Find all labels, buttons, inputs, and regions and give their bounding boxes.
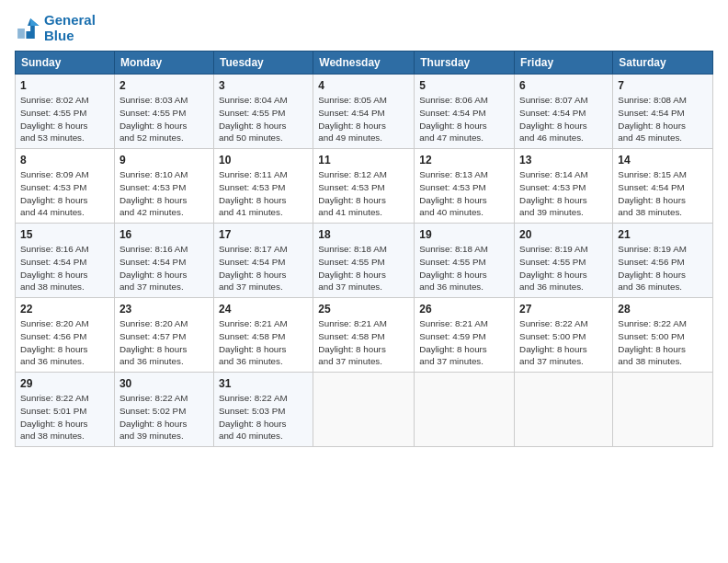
calendar-cell: 21Sunrise: 8:19 AMSunset: 4:56 PMDayligh… <box>613 224 713 298</box>
calendar-cell: 3Sunrise: 8:04 AMSunset: 4:55 PMDaylight… <box>213 75 313 149</box>
day-number: 14 <box>618 153 708 167</box>
day-info: Sunrise: 8:06 AMSunset: 4:54 PMDaylight:… <box>419 94 509 144</box>
day-info: Sunrise: 8:12 AMSunset: 4:53 PMDaylight:… <box>318 168 409 219</box>
day-info: Sunrise: 8:22 AMSunset: 5:01 PMDaylight:… <box>20 392 109 442</box>
calendar-week-2: 8Sunrise: 8:09 AMSunset: 4:53 PMDaylight… <box>16 149 713 224</box>
day-number: 17 <box>219 227 308 242</box>
day-info: Sunrise: 8:15 AMSunset: 4:54 PMDaylight:… <box>618 168 708 219</box>
calendar-cell: 28Sunrise: 8:22 AMSunset: 5:00 PMDayligh… <box>613 298 713 373</box>
calendar-cell: 24Sunrise: 8:21 AMSunset: 4:58 PMDayligh… <box>213 298 313 373</box>
day-info: Sunrise: 8:02 AMSunset: 4:55 PMDaylight:… <box>20 94 109 144</box>
day-number: 19 <box>419 227 509 242</box>
calendar-cell: 30Sunrise: 8:22 AMSunset: 5:02 PMDayligh… <box>114 373 213 447</box>
calendar-week-4: 22Sunrise: 8:20 AMSunset: 4:56 PMDayligh… <box>16 298 713 373</box>
day-number: 27 <box>519 302 608 316</box>
day-info: Sunrise: 8:21 AMSunset: 4:58 PMDaylight:… <box>318 317 409 368</box>
calendar-cell <box>515 373 613 447</box>
day-number: 7 <box>618 78 708 93</box>
calendar-cell: 22Sunrise: 8:20 AMSunset: 4:56 PMDayligh… <box>16 298 115 373</box>
calendar-cell: 9Sunrise: 8:10 AMSunset: 4:53 PMDaylight… <box>114 149 213 224</box>
calendar-cell <box>313 373 415 447</box>
day-number: 2 <box>119 78 209 93</box>
day-number: 8 <box>20 153 109 167</box>
calendar-cell <box>415 373 515 447</box>
weekday-thursday: Thursday <box>415 52 515 75</box>
day-number: 21 <box>618 227 708 242</box>
day-info: Sunrise: 8:13 AMSunset: 4:53 PMDaylight:… <box>419 168 509 219</box>
calendar-week-5: 29Sunrise: 8:22 AMSunset: 5:01 PMDayligh… <box>16 373 713 447</box>
calendar-cell: 23Sunrise: 8:20 AMSunset: 4:57 PMDayligh… <box>114 298 213 373</box>
day-number: 25 <box>318 302 409 316</box>
calendar-cell: 6Sunrise: 8:07 AMSunset: 4:54 PMDaylight… <box>515 75 613 149</box>
day-info: Sunrise: 8:03 AMSunset: 4:55 PMDaylight:… <box>119 94 209 144</box>
weekday-wednesday: Wednesday <box>313 52 415 75</box>
calendar-cell: 16Sunrise: 8:16 AMSunset: 4:54 PMDayligh… <box>114 224 213 298</box>
calendar-cell: 18Sunrise: 8:18 AMSunset: 4:55 PMDayligh… <box>313 224 415 298</box>
day-number: 23 <box>119 302 209 316</box>
weekday-header-row: SundayMondayTuesdayWednesdayThursdayFrid… <box>16 52 713 75</box>
day-info: Sunrise: 8:09 AMSunset: 4:53 PMDaylight:… <box>20 168 109 219</box>
day-info: Sunrise: 8:17 AMSunset: 4:54 PMDaylight:… <box>219 243 308 293</box>
calendar-cell: 20Sunrise: 8:19 AMSunset: 4:55 PMDayligh… <box>515 224 613 298</box>
day-number: 6 <box>519 78 608 93</box>
calendar-cell: 27Sunrise: 8:22 AMSunset: 5:00 PMDayligh… <box>515 298 613 373</box>
calendar-body: 1Sunrise: 8:02 AMSunset: 4:55 PMDaylight… <box>16 75 713 447</box>
day-number: 5 <box>419 78 509 93</box>
day-number: 18 <box>318 227 409 242</box>
day-info: Sunrise: 8:22 AMSunset: 5:00 PMDaylight:… <box>519 317 608 368</box>
calendar-cell: 1Sunrise: 8:02 AMSunset: 4:55 PMDaylight… <box>16 75 115 149</box>
calendar-cell: 31Sunrise: 8:22 AMSunset: 5:03 PMDayligh… <box>213 373 313 447</box>
calendar-cell: 14Sunrise: 8:15 AMSunset: 4:54 PMDayligh… <box>613 149 713 224</box>
day-info: Sunrise: 8:20 AMSunset: 4:56 PMDaylight:… <box>20 317 109 368</box>
day-number: 12 <box>419 153 509 167</box>
day-number: 11 <box>318 153 409 167</box>
calendar-cell: 26Sunrise: 8:21 AMSunset: 4:59 PMDayligh… <box>415 298 515 373</box>
day-number: 10 <box>219 153 308 167</box>
calendar-cell: 17Sunrise: 8:17 AMSunset: 4:54 PMDayligh… <box>213 224 313 298</box>
calendar-cell: 10Sunrise: 8:11 AMSunset: 4:53 PMDayligh… <box>213 149 313 224</box>
calendar-cell: 13Sunrise: 8:14 AMSunset: 4:53 PMDayligh… <box>515 149 613 224</box>
day-number: 31 <box>219 376 308 391</box>
day-info: Sunrise: 8:20 AMSunset: 4:57 PMDaylight:… <box>119 317 209 368</box>
day-number: 28 <box>618 302 708 316</box>
day-info: Sunrise: 8:14 AMSunset: 4:53 PMDaylight:… <box>519 168 608 219</box>
day-number: 24 <box>219 302 308 316</box>
day-info: Sunrise: 8:04 AMSunset: 4:55 PMDaylight:… <box>219 94 308 144</box>
page: General Blue SundayMondayTuesdayWednesda… <box>0 0 728 563</box>
day-number: 30 <box>119 376 209 391</box>
day-info: Sunrise: 8:10 AMSunset: 4:53 PMDaylight:… <box>119 168 209 219</box>
calendar-cell: 12Sunrise: 8:13 AMSunset: 4:53 PMDayligh… <box>415 149 515 224</box>
day-info: Sunrise: 8:22 AMSunset: 5:02 PMDaylight:… <box>119 392 209 442</box>
logo-icon <box>15 16 40 41</box>
day-number: 15 <box>20 227 109 242</box>
logo-text: General Blue <box>44 13 96 43</box>
day-info: Sunrise: 8:05 AMSunset: 4:54 PMDaylight:… <box>318 94 409 144</box>
day-info: Sunrise: 8:22 AMSunset: 5:00 PMDaylight:… <box>618 317 708 368</box>
day-number: 3 <box>219 78 308 93</box>
day-info: Sunrise: 8:19 AMSunset: 4:56 PMDaylight:… <box>618 243 708 293</box>
calendar-header: SundayMondayTuesdayWednesdayThursdayFrid… <box>16 52 713 75</box>
logo: General Blue <box>15 13 96 43</box>
day-number: 13 <box>519 153 608 167</box>
calendar-cell: 25Sunrise: 8:21 AMSunset: 4:58 PMDayligh… <box>313 298 415 373</box>
day-info: Sunrise: 8:18 AMSunset: 4:55 PMDaylight:… <box>419 243 509 293</box>
day-number: 1 <box>20 78 109 93</box>
day-number: 26 <box>419 302 509 316</box>
calendar-cell: 19Sunrise: 8:18 AMSunset: 4:55 PMDayligh… <box>415 224 515 298</box>
calendar-cell: 29Sunrise: 8:22 AMSunset: 5:01 PMDayligh… <box>16 373 115 447</box>
day-info: Sunrise: 8:21 AMSunset: 4:58 PMDaylight:… <box>219 317 308 368</box>
calendar-cell: 11Sunrise: 8:12 AMSunset: 4:53 PMDayligh… <box>313 149 415 224</box>
day-number: 20 <box>519 227 608 242</box>
day-number: 22 <box>20 302 109 316</box>
calendar-week-1: 1Sunrise: 8:02 AMSunset: 4:55 PMDaylight… <box>16 75 713 149</box>
weekday-sunday: Sunday <box>16 52 115 75</box>
svg-rect-3 <box>17 29 25 39</box>
day-number: 29 <box>20 376 109 391</box>
calendar-table: SundayMondayTuesdayWednesdayThursdayFrid… <box>15 51 713 447</box>
day-info: Sunrise: 8:16 AMSunset: 4:54 PMDaylight:… <box>119 243 209 293</box>
calendar-cell: 2Sunrise: 8:03 AMSunset: 4:55 PMDaylight… <box>114 75 213 149</box>
calendar-cell: 15Sunrise: 8:16 AMSunset: 4:54 PMDayligh… <box>16 224 115 298</box>
day-info: Sunrise: 8:16 AMSunset: 4:54 PMDaylight:… <box>20 243 109 293</box>
weekday-tuesday: Tuesday <box>213 52 313 75</box>
calendar-cell <box>613 373 713 447</box>
